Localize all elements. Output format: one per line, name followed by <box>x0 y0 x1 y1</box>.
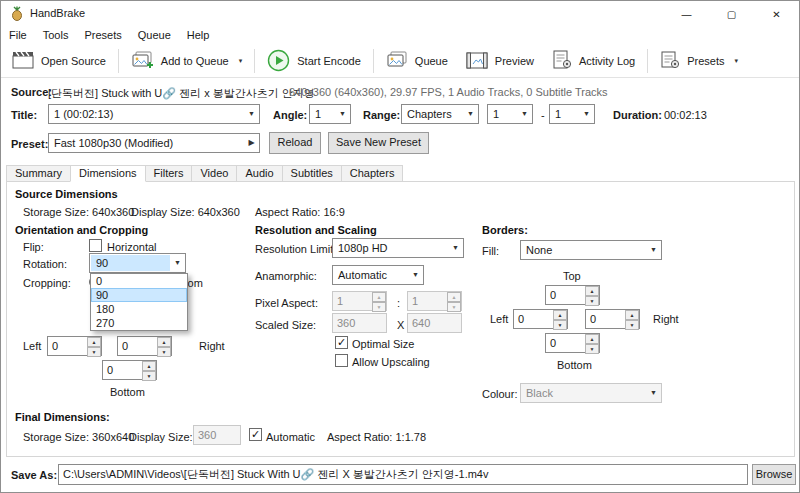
close-button[interactable]: ✕ <box>754 1 799 27</box>
tab-summary[interactable]: Summary <box>6 165 71 182</box>
tab-audio[interactable]: Audio <box>236 165 282 182</box>
angle-label: Angle: <box>273 109 307 121</box>
flip-horizontal-checkbox[interactable] <box>89 239 102 252</box>
menu-file[interactable]: File <box>1 26 35 44</box>
rotation-option-270[interactable]: 270 <box>91 316 187 330</box>
pixel-aspect-y-stepper: 1 ▲▼ <box>407 291 462 311</box>
anamorphic-label: Anamorphic: <box>255 270 317 282</box>
title-select[interactable]: 1 (00:02:13)▼ <box>48 104 260 124</box>
angle-select[interactable]: 1▼ <box>309 104 351 124</box>
rotation-select[interactable]: 90▼ <box>89 253 186 273</box>
resolution-limit-select[interactable]: 1080p HD▼ <box>332 238 464 258</box>
toolbar: Open Source Add to Queue ▾ Start Encode … <box>1 45 799 78</box>
crop-left-stepper[interactable]: 0 ▲▼ <box>47 336 102 356</box>
up-arrow-icon[interactable]: ▲ <box>585 286 599 296</box>
film-frame-icon <box>466 51 488 72</box>
border-bottom-stepper[interactable]: 0 ▲▼ <box>545 333 600 353</box>
chevron-down-icon: ▼ <box>646 384 661 402</box>
source-dimensions-heading: Source Dimensions <box>15 188 118 200</box>
allow-upscaling-label: Allow Upscaling <box>352 356 430 368</box>
tab-dimensions[interactable]: Dimensions <box>70 165 145 182</box>
final-storage-size-text: Storage Size: 360x640 <box>23 431 134 443</box>
chevron-down-icon: ▼ <box>244 105 259 123</box>
border-top-stepper[interactable]: 0 ▲▼ <box>545 285 600 305</box>
down-arrow-icon[interactable]: ▼ <box>625 320 639 330</box>
minimize-button[interactable]: — <box>664 1 709 27</box>
chevron-down-icon: ▼ <box>463 105 478 123</box>
rotation-dropdown-list: 0 90 180 270 <box>90 273 188 331</box>
menu-tools[interactable]: Tools <box>35 26 77 44</box>
start-encode-button[interactable]: Start Encode <box>258 47 370 75</box>
borders-heading: Borders: <box>482 224 528 236</box>
anamorphic-select[interactable]: Automatic▼ <box>332 265 424 285</box>
border-right-stepper[interactable]: 0 ▲▼ <box>585 309 640 329</box>
up-arrow-icon[interactable]: ▲ <box>625 310 639 320</box>
up-arrow-icon[interactable]: ▲ <box>87 337 101 347</box>
resolution-limit-label: Resolution Limit: <box>255 243 336 255</box>
tab-subtitles[interactable]: Subtitles <box>282 165 342 182</box>
range-type-select[interactable]: Chapters▼ <box>401 104 479 124</box>
up-arrow-icon[interactable]: ▲ <box>553 310 567 320</box>
down-arrow-icon[interactable]: ▼ <box>87 347 101 357</box>
rotation-option-180[interactable]: 180 <box>91 302 187 316</box>
up-arrow-icon[interactable]: ▲ <box>585 334 599 344</box>
rotation-option-0[interactable]: 0 <box>91 274 187 288</box>
down-arrow-icon[interactable]: ▼ <box>553 320 567 330</box>
border-left-stepper[interactable]: 0 ▲▼ <box>513 309 568 329</box>
tab-filters[interactable]: Filters <box>145 165 193 182</box>
down-arrow-icon[interactable]: ▼ <box>585 296 599 306</box>
range-end-select[interactable]: 1▼ <box>549 104 595 124</box>
down-arrow-icon[interactable]: ▼ <box>142 371 156 381</box>
preview-button[interactable]: Preview <box>457 47 543 75</box>
presets-button[interactable]: Presets ▾ <box>651 47 747 75</box>
dimensions-panel: Source Dimensions Storage Size: 640x360 … <box>6 181 795 457</box>
chevron-down-icon: ▼ <box>646 241 661 259</box>
optimal-size-checkbox[interactable] <box>335 336 348 349</box>
queue-button[interactable]: Queue <box>377 47 457 75</box>
final-display-size-label: Display Size: <box>129 431 193 443</box>
allow-upscaling-checkbox[interactable] <box>335 354 348 367</box>
save-as-input[interactable] <box>58 464 748 485</box>
border-right-label: Right <box>653 313 679 325</box>
activity-log-button[interactable]: Activity Log <box>543 47 644 75</box>
browse-button[interactable]: Browse <box>752 464 796 485</box>
crop-right-stepper[interactable]: 0 ▲▼ <box>117 336 172 356</box>
log-document-icon <box>552 50 572 72</box>
menu-queue[interactable]: Queue <box>130 26 179 44</box>
range-start-select[interactable]: 1▼ <box>487 104 533 124</box>
down-arrow-icon[interactable]: ▼ <box>585 344 599 354</box>
toolbar-separator <box>254 49 255 73</box>
photo-stack-icon <box>386 50 408 72</box>
crop-bottom-label: Bottom <box>110 386 145 398</box>
final-automatic-checkbox[interactable] <box>249 428 262 441</box>
aspect-ratio-text: Aspect Ratio: 16:9 <box>255 206 345 218</box>
source-title: [단독버전] Stuck with U🔗 젠리 x 봉발간사츠기 안지영 <box>48 86 315 101</box>
rotation-option-90[interactable]: 90 <box>91 288 187 302</box>
window-title: HandBrake <box>30 7 85 19</box>
down-arrow-icon[interactable]: ▼ <box>157 347 171 357</box>
border-bottom-label: Bottom <box>557 359 592 371</box>
final-automatic-label: Automatic <box>266 431 315 443</box>
open-source-button[interactable]: Open Source <box>3 47 115 75</box>
scaled-height-field: 640 <box>407 313 462 333</box>
chevron-down-icon: ▾ <box>239 57 243 65</box>
reload-button[interactable]: Reload <box>269 132 321 154</box>
tab-strip: Summary Dimensions Filters Video Audio S… <box>6 165 402 182</box>
duration-value: 00:02:13 <box>664 109 707 121</box>
flip-horizontal-label: Horizontal <box>107 241 157 253</box>
add-to-queue-button[interactable]: Add to Queue ▾ <box>122 47 251 75</box>
tab-video[interactable]: Video <box>191 165 237 182</box>
up-arrow-icon[interactable]: ▲ <box>142 361 156 371</box>
menu-help[interactable]: Help <box>179 26 218 44</box>
maximize-button[interactable]: ▢ <box>709 1 754 27</box>
fill-select[interactable]: None▼ <box>520 240 662 260</box>
chevron-down-icon: ▼ <box>408 266 423 284</box>
menu-presets[interactable]: Presets <box>76 26 129 44</box>
scaled-width-field: 360 <box>332 313 387 333</box>
up-arrow-icon[interactable]: ▲ <box>157 337 171 347</box>
save-new-preset-button[interactable]: Save New Preset <box>328 132 429 154</box>
crop-left-label: Left <box>23 340 41 352</box>
preset-select[interactable]: Fast 1080p30 (Modified)▶ <box>48 133 260 153</box>
tab-chapters[interactable]: Chapters <box>341 165 404 182</box>
crop-bottom-stepper[interactable]: 0 ▲▼ <box>102 360 157 380</box>
